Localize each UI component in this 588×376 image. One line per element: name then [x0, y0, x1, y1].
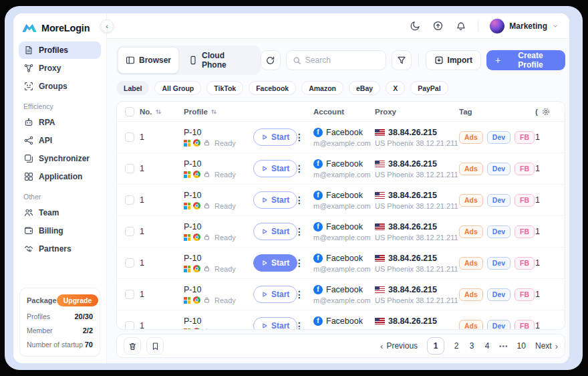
delete-button[interactable]: [124, 337, 141, 355]
start-button[interactable]: Start: [253, 286, 297, 303]
page-2[interactable]: 2: [453, 341, 460, 351]
sidebar-item-application[interactable]: Application: [19, 168, 101, 185]
view-tab-cloud-phone[interactable]: Cloud Phone: [180, 47, 259, 74]
select-all-checkbox[interactable]: [125, 107, 134, 116]
filter-button[interactable]: [392, 50, 412, 70]
logo: MoreLogin: [13, 13, 106, 40]
tag-fb: FB: [514, 163, 535, 175]
account-platform: Facebook: [326, 254, 363, 263]
table-row[interactable]: 1 P-10 Ready Start ⋮ f: [117, 122, 565, 153]
sidebar-item-groups[interactable]: Groups: [19, 78, 101, 95]
sidebar-item-synchronizer[interactable]: Synchronizer: [19, 150, 101, 167]
page-1[interactable]: 1: [427, 337, 444, 355]
filter-chip-facebook[interactable]: Facebook: [249, 81, 296, 95]
table-row[interactable]: 1 P-10 Ready Start ⋮ f: [117, 248, 565, 279]
row-menu-button[interactable]: ⋮: [295, 258, 313, 268]
topbar: Marketing: [107, 13, 569, 39]
row-checkbox[interactable]: [125, 195, 134, 205]
extra-cell: 1: [535, 258, 565, 268]
start-button[interactable]: Start: [253, 128, 297, 146]
table-row[interactable]: 1 P-10 Ready Start ⋮ f: [117, 153, 565, 185]
start-button[interactable]: Start: [253, 223, 297, 240]
filter-chip-tiktok[interactable]: TikTok: [206, 81, 243, 95]
column-account: Account: [313, 108, 375, 116]
row-checkbox[interactable]: [125, 321, 134, 329]
row-menu-button[interactable]: ⋮: [295, 289, 313, 300]
row-checkbox[interactable]: [125, 227, 134, 236]
previous-button[interactable]: ‹ Previous: [380, 341, 418, 351]
us-flag-icon: [375, 129, 385, 136]
table-row[interactable]: 1 P-10 Ready Start ⋮ f: [117, 279, 565, 310]
notification-icon[interactable]: [455, 20, 466, 31]
search-box[interactable]: [286, 50, 386, 70]
toolbar-divider: [418, 54, 419, 66]
api-icon: [23, 136, 33, 146]
refresh-button[interactable]: [261, 50, 281, 70]
chevron-left-icon: ‹: [380, 341, 383, 351]
row-menu-button[interactable]: ⋮: [295, 195, 313, 205]
sidebar-item-billing[interactable]: Billing: [19, 222, 101, 240]
application-icon: [23, 172, 33, 182]
start-button[interactable]: Start: [253, 191, 297, 209]
column-profile[interactable]: Profile: [184, 108, 253, 116]
update-icon[interactable]: [432, 20, 444, 31]
search-input[interactable]: [305, 56, 380, 65]
tag-dev: Dev: [487, 320, 510, 330]
import-button[interactable]: Import: [426, 50, 481, 70]
row-number: 1: [140, 227, 184, 236]
row-checkbox[interactable]: [125, 258, 134, 268]
sort-icon[interactable]: [210, 108, 217, 115]
row-menu-button[interactable]: ⋮: [295, 320, 313, 329]
view-switcher: BrowserCloud Phone: [116, 45, 261, 75]
start-button[interactable]: Start: [253, 317, 297, 329]
tags-cell: AdsDevFB: [459, 163, 535, 175]
dark-mode-icon[interactable]: [410, 20, 421, 31]
row-menu-button[interactable]: ⋮: [295, 132, 313, 143]
table-row[interactable]: 1 P-10 Ready Start ⋮ f: [117, 185, 565, 216]
view-tab-browser[interactable]: Browser: [118, 47, 179, 74]
filter-chip-paypal[interactable]: PayPal: [410, 81, 448, 95]
row-menu-button[interactable]: ⋮: [295, 226, 313, 237]
filter-chip-all-group[interactable]: All Group: [154, 81, 201, 95]
account-menu[interactable]: Marketing: [490, 19, 559, 33]
create-profile-button[interactable]: + Create Profile: [486, 50, 565, 70]
sidebar-item-rpa[interactable]: RPA: [19, 114, 101, 131]
sidebar-item-profiles[interactable]: Profiles: [19, 41, 101, 59]
start-button[interactable]: Start: [253, 254, 297, 272]
row-checkbox[interactable]: [125, 290, 134, 299]
sidebar-item-partners[interactable]: Partners: [19, 240, 101, 258]
start-button[interactable]: Start: [253, 160, 297, 177]
bookmark-button[interactable]: [146, 337, 164, 355]
upgrade-button[interactable]: Upgrade: [57, 294, 99, 306]
sort-icon[interactable]: [155, 108, 162, 115]
next-button[interactable]: Next ›: [535, 341, 558, 351]
extra-cell: 1: [535, 227, 565, 236]
row-checkbox[interactable]: [125, 164, 134, 173]
filter-chip-label[interactable]: Label: [116, 81, 149, 95]
page-3[interactable]: 3: [468, 341, 475, 351]
chrome-icon: [193, 328, 200, 329]
main-area: ‹ Marketing: [107, 13, 569, 363]
package-stat: Profiles20/30: [27, 312, 93, 320]
tag-ads: Ads: [459, 163, 483, 175]
windows-icon: [184, 171, 190, 178]
sidebar-item-proxy[interactable]: Proxy: [19, 60, 101, 77]
row-checkbox[interactable]: [125, 132, 134, 142]
filter-chip-x[interactable]: X: [386, 81, 405, 95]
filter-chip-ebay[interactable]: eBay: [349, 81, 380, 95]
lock-icon: [203, 171, 210, 178]
page-10[interactable]: 10: [517, 341, 526, 351]
row-menu-button[interactable]: ⋮: [295, 163, 313, 174]
table-row[interactable]: 1 P-10 Ready Start ⋮ f: [117, 216, 565, 248]
row-number: 1: [140, 164, 184, 173]
profile-name: P-10: [184, 159, 253, 169]
filter-chip-amazon[interactable]: Amazon: [301, 81, 343, 95]
sidebar-collapse-button[interactable]: ‹: [100, 19, 114, 33]
page-4[interactable]: 4: [484, 341, 490, 351]
column-no[interactable]: No.: [140, 108, 184, 116]
sidebar-item-team[interactable]: Team: [19, 204, 101, 221]
toolbar: BrowserCloud Phone: [116, 45, 565, 75]
table-row[interactable]: 1 P-10 Ready Start ⋮ f: [117, 310, 565, 329]
column-settings-gear-icon[interactable]: [541, 107, 551, 116]
sidebar-item-api[interactable]: API: [19, 132, 101, 149]
